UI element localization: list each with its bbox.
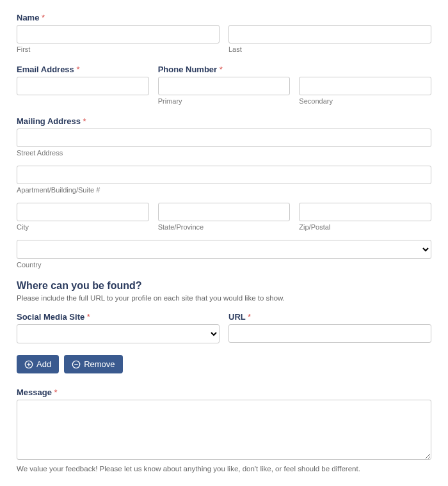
address-label: Mailing Address * — [17, 116, 431, 126]
social-url-input[interactable] — [228, 324, 431, 343]
required-marker: * — [248, 312, 251, 322]
message-textarea[interactable] — [17, 400, 431, 460]
social-site-label: Social Media Site * — [17, 312, 220, 322]
city-sublabel: City — [17, 223, 149, 231]
add-button[interactable]: Add — [17, 355, 59, 373]
country-select[interactable] — [17, 240, 431, 259]
social-site-select[interactable] — [17, 324, 220, 343]
required-marker: * — [42, 13, 45, 22]
message-label: Message * — [17, 388, 431, 397]
required-marker: * — [83, 116, 86, 126]
line2-sublabel: Apartment/Building/Suite # — [17, 186, 431, 194]
remove-button-label: Remove — [84, 359, 115, 369]
zip-sublabel: Zip/Postal — [299, 223, 431, 231]
social-heading: Where can you be found? — [17, 280, 431, 292]
required-marker: * — [54, 388, 58, 397]
email-input[interactable] — [17, 77, 149, 95]
zip-input[interactable] — [299, 203, 431, 221]
phone-primary-input[interactable] — [158, 77, 291, 95]
phone-primary-sublabel: Primary — [158, 97, 291, 105]
message-help: We value your feedback! Please let us kn… — [17, 465, 431, 473]
minus-circle-icon — [72, 360, 81, 369]
city-input[interactable] — [17, 203, 149, 221]
social-description: Please include the full URL to your prof… — [17, 294, 431, 302]
required-marker: * — [76, 65, 79, 74]
phone-secondary-input[interactable] — [299, 77, 431, 95]
state-input[interactable] — [158, 203, 291, 221]
country-sublabel: Country — [17, 261, 431, 269]
address-line2-input[interactable] — [17, 166, 431, 184]
required-marker: * — [87, 312, 90, 322]
state-sublabel: State/Province — [158, 223, 291, 231]
last-name-input[interactable] — [228, 25, 431, 43]
social-url-label: URL * — [228, 312, 431, 322]
first-name-sublabel: First — [17, 45, 220, 53]
last-name-sublabel: Last — [228, 45, 431, 53]
remove-button[interactable]: Remove — [64, 355, 122, 373]
phone-secondary-sublabel: Secondary — [299, 97, 431, 105]
phone-label: Phone Number * — [158, 65, 291, 74]
name-label: Name * — [17, 13, 431, 22]
email-label: Email Address * — [17, 65, 149, 74]
street-address-input[interactable] — [17, 129, 431, 147]
street-sublabel: Street Address — [17, 149, 431, 157]
plus-circle-icon — [24, 360, 33, 369]
required-marker: * — [220, 65, 223, 74]
first-name-input[interactable] — [17, 25, 220, 43]
add-button-label: Add — [36, 359, 51, 369]
